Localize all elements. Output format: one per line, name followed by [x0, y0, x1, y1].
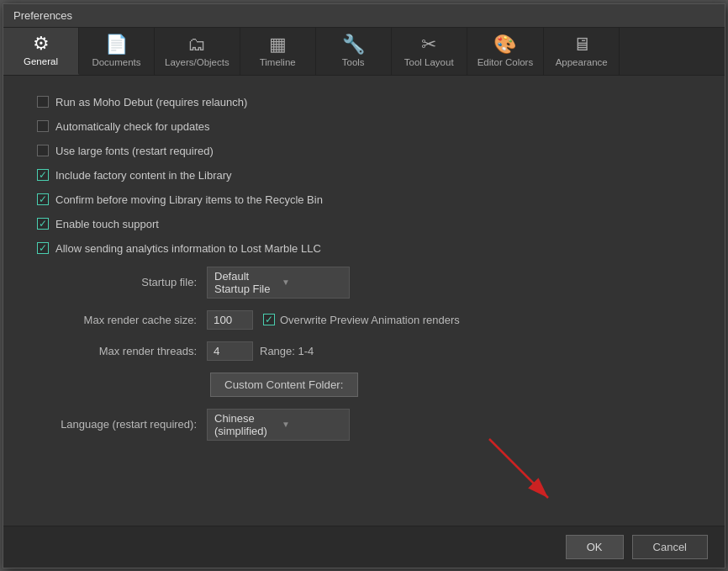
language-dropdown[interactable]: Chinese (simplified) ▼: [207, 409, 350, 441]
title-bar: Preferences: [3, 4, 725, 28]
tab-editor-colors-label: Editor Colors: [477, 57, 533, 67]
overwrite-checkbox[interactable]: ✓: [263, 314, 275, 325]
checkbox-row-auto-check: Automatically check for updates: [37, 120, 691, 133]
tab-appearance[interactable]: 🖥 Appearance: [544, 28, 620, 75]
tab-general[interactable]: ⚙ General: [3, 28, 79, 75]
checkbox-auto-check[interactable]: [37, 120, 49, 132]
tab-tool-layout-label: Tool Layout: [404, 57, 454, 67]
startup-file-dropdown[interactable]: Default Startup File ▼: [207, 267, 350, 299]
render-threads-label: Max render threads:: [37, 345, 197, 357]
checkmark-confirm-library: ✓: [39, 194, 47, 204]
checkbox-large-fonts[interactable]: [37, 145, 49, 156]
tab-tool-layout[interactable]: ✂ Tool Layout: [392, 28, 467, 75]
language-label: Language (restart required):: [37, 418, 197, 431]
language-value: Chinese (simplified): [214, 412, 275, 437]
checkbox-label-analytics: Allow sending analytics information to L…: [55, 242, 321, 255]
tab-bar: ⚙ General 📄 Documents 🗂 Layers/Objects ▦…: [3, 28, 725, 76]
tools-icon: 🔧: [342, 35, 365, 54]
checkbox-label-confirm-library: Confirm before moving Library items to t…: [55, 193, 323, 206]
render-threads-range: Range: 1-4: [260, 345, 314, 357]
checkbox-row-moho-debut: Run as Moho Debut (requires relaunch): [37, 96, 691, 108]
checkbox-moho-debut[interactable]: [37, 96, 49, 108]
checkbox-label-touch-support: Enable touch support: [55, 218, 159, 230]
tab-appearance-label: Appearance: [556, 57, 608, 67]
startup-file-label: Startup file:: [37, 276, 197, 288]
checkmark-touch-support: ✓: [39, 219, 47, 229]
startup-file-row: Startup file: Default Startup File ▼: [37, 267, 691, 299]
dialog-footer: OK Cancel: [3, 526, 725, 568]
checkbox-label-large-fonts: Use large fonts (restart required): [55, 145, 214, 157]
documents-icon: 📄: [105, 35, 128, 54]
render-cache-input[interactable]: [207, 310, 253, 330]
tab-tools[interactable]: 🔧 Tools: [316, 28, 392, 75]
custom-content-row: Custom Content Folder:: [37, 373, 691, 397]
render-threads-input[interactable]: [207, 341, 253, 361]
custom-content-button[interactable]: Custom Content Folder:: [210, 373, 358, 397]
language-row: Language (restart required): Chinese (si…: [37, 409, 691, 441]
checkbox-row-confirm-library: ✓ Confirm before moving Library items to…: [37, 193, 691, 206]
preferences-dialog: Preferences ⚙ General 📄 Documents 🗂 Laye…: [3, 3, 725, 568]
editor-colors-icon: 🎨: [493, 35, 516, 54]
cancel-button[interactable]: Cancel: [632, 535, 708, 559]
checkbox-confirm-library[interactable]: ✓: [37, 193, 49, 205]
tab-tools-label: Tools: [342, 57, 365, 67]
dropdown-arrow-language: ▼: [282, 420, 342, 429]
tab-documents[interactable]: 📄 Documents: [79, 28, 155, 75]
content-area: Run as Moho Debut (requires relaunch) Au…: [3, 76, 725, 526]
render-cache-label: Max render cache size:: [37, 314, 197, 326]
general-icon: ⚙: [33, 34, 50, 53]
tab-timeline-label: Timeline: [260, 57, 296, 67]
checkbox-row-large-fonts: Use large fonts (restart required): [37, 145, 691, 157]
layers-icon: 🗂: [187, 35, 206, 54]
checkmark-factory-content: ✓: [39, 170, 47, 180]
checkbox-label-auto-check: Automatically check for updates: [55, 120, 210, 133]
overwrite-label: Overwrite Preview Animation renders: [280, 314, 460, 326]
checkbox-row-touch-support: ✓ Enable touch support: [37, 218, 691, 230]
checkmark-analytics: ✓: [39, 243, 47, 253]
tab-general-label: General: [24, 56, 58, 66]
tab-layers-objects[interactable]: 🗂 Layers/Objects: [155, 28, 240, 75]
checkbox-touch-support[interactable]: ✓: [37, 218, 49, 230]
render-cache-row: Max render cache size: ✓ Overwrite Previ…: [37, 310, 691, 330]
tab-editor-colors[interactable]: 🎨 Editor Colors: [467, 28, 544, 75]
ok-button[interactable]: OK: [566, 535, 624, 559]
overwrite-checkmark: ✓: [265, 315, 273, 325]
checkbox-label-moho-debut: Run as Moho Debut (requires relaunch): [55, 96, 247, 108]
timeline-icon: ▦: [269, 35, 287, 54]
tab-documents-label: Documents: [92, 57, 140, 67]
startup-file-value: Default Startup File: [214, 270, 275, 295]
dropdown-arrow-startup: ▼: [282, 278, 342, 287]
dialog-title: Preferences: [13, 9, 72, 22]
checkbox-factory-content[interactable]: ✓: [37, 169, 49, 181]
tab-layers-label: Layers/Objects: [165, 57, 229, 67]
checkbox-label-factory-content: Include factory content in the Library: [55, 169, 232, 182]
tab-timeline[interactable]: ▦ Timeline: [240, 28, 316, 75]
checkbox-row-analytics: ✓ Allow sending analytics information to…: [37, 242, 691, 255]
tool-layout-icon: ✂: [421, 35, 436, 54]
checkbox-analytics[interactable]: ✓: [37, 242, 49, 254]
render-threads-row: Max render threads: Range: 1-4: [37, 341, 691, 361]
appearance-icon: 🖥: [572, 35, 591, 54]
checkbox-row-factory-content: ✓ Include factory content in the Library: [37, 169, 691, 182]
overwrite-row: ✓ Overwrite Preview Animation renders: [263, 314, 460, 326]
